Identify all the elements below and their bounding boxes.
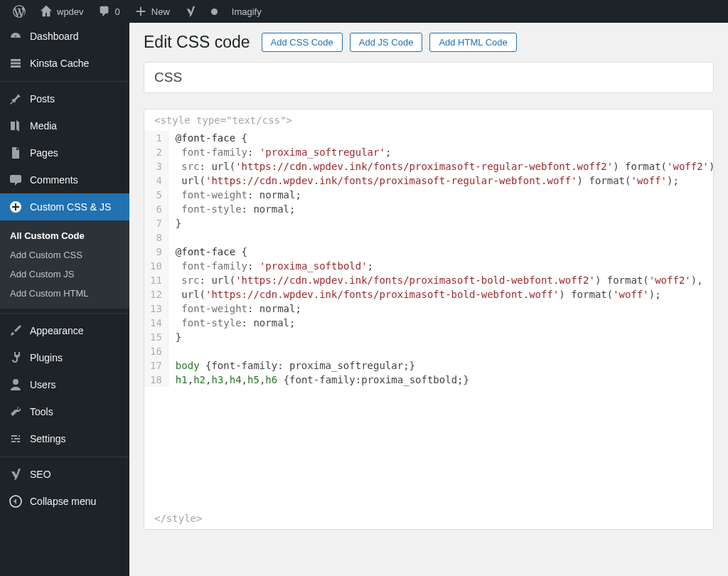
sidebar-item-pages[interactable]: Pages <box>0 139 129 166</box>
add-html-code-button[interactable]: Add HTML Code <box>429 33 516 52</box>
site-home-link[interactable]: wpdev <box>33 0 91 23</box>
add-css-code-button[interactable]: Add CSS Code <box>262 33 343 52</box>
code-line: font-family: 'proxima_softregular'; <box>176 145 714 159</box>
line-number-gutter: 123456789101112131415161718 <box>144 131 168 387</box>
code-title-input[interactable]: CSS <box>144 62 714 93</box>
sidebar-item-label: Settings <box>30 433 66 444</box>
comment-icon <box>9 173 23 187</box>
brush-icon <box>9 324 23 338</box>
sidebar-item-label: Dashboard <box>30 31 79 42</box>
opening-style-tag: <style type="text/css"> <box>144 110 713 131</box>
status-dot-icon <box>211 9 218 15</box>
sidebar-item-label: SEO <box>30 469 51 480</box>
sidebar-item-custom-css-js[interactable]: Custom CSS & JS <box>0 193 129 220</box>
sidebar-item-label: Appearance <box>30 325 84 336</box>
code-line <box>176 230 714 245</box>
code-line: } <box>176 330 714 344</box>
code-line: @font-face { <box>176 131 714 145</box>
sidebar-item-label: Users <box>30 379 56 390</box>
sidebar-item-settings[interactable]: Settings <box>0 425 129 452</box>
wp-logo[interactable] <box>6 0 33 23</box>
code-line: } <box>176 216 714 230</box>
submenu-item-all-custom-code[interactable]: All Custom Code <box>0 226 129 245</box>
code-line: font-style: normal; <box>176 316 714 330</box>
sidebar-item-media[interactable]: Media <box>0 112 129 139</box>
status-dot-item[interactable] <box>204 0 225 23</box>
code-line <box>176 344 714 358</box>
admin-sidebar: DashboardKinsta CachePostsMediaPagesComm… <box>0 23 129 576</box>
user-icon <box>9 378 23 392</box>
site-name: wpdev <box>57 6 84 17</box>
sidebar-item-posts[interactable]: Posts <box>0 85 129 112</box>
code-line: url('https://cdn.wpdev.ink/fonts/proxima… <box>176 174 714 188</box>
admin-topbar: wpdev 0 New Imagify <box>0 0 728 23</box>
sidebar-submenu: All Custom CodeAdd Custom CSSAdd Custom … <box>0 220 129 309</box>
code-line: font-weight: normal; <box>176 302 714 316</box>
comments-link[interactable]: 0 <box>91 0 127 23</box>
imagify-label: Imagify <box>232 6 262 17</box>
plus-icon <box>134 5 147 18</box>
media-icon <box>9 119 23 133</box>
settings-icon <box>9 432 23 446</box>
code-line: font-style: normal; <box>176 202 714 216</box>
wrench-icon <box>9 405 23 419</box>
main-content: Edit CSS code Add CSS Code Add JS Code A… <box>129 23 728 576</box>
new-label: New <box>151 6 170 17</box>
sidebar-item-plugins[interactable]: Plugins <box>0 344 129 371</box>
submenu-item-add-custom-js[interactable]: Add Custom JS <box>0 265 129 284</box>
sidebar-item-appearance[interactable]: Appearance <box>0 317 129 344</box>
code-line: body {font-family: proxima_softregular;} <box>176 358 714 373</box>
sidebar-item-label: Pages <box>30 147 58 159</box>
pin-icon <box>9 92 23 106</box>
sidebar-item-collapse-menu[interactable]: Collapse menu <box>0 488 129 515</box>
comment-count: 0 <box>115 6 120 17</box>
sidebar-item-kinsta-cache[interactable]: Kinsta Cache <box>0 50 129 77</box>
yoast-icon <box>184 5 197 18</box>
page-icon <box>9 146 23 160</box>
sidebar-item-label: Media <box>30 120 57 132</box>
sidebar-item-dashboard[interactable]: Dashboard <box>0 23 129 50</box>
sidebar-item-label: Comments <box>30 174 78 186</box>
code-lines[interactable]: @font-face { font-family: 'proxima_softr… <box>168 131 714 387</box>
sidebar-item-label: Plugins <box>30 352 63 363</box>
add-js-code-button[interactable]: Add JS Code <box>350 33 423 52</box>
code-editor[interactable]: <style type="text/css"> 1234567891011121… <box>144 109 714 530</box>
sidebar-item-label: Posts <box>30 93 55 105</box>
sidebar-item-users[interactable]: Users <box>0 371 129 398</box>
comment-icon <box>98 5 111 18</box>
plus-icon <box>9 200 23 214</box>
code-line: src: url('https://cdn.wpdev.ink/fonts/pr… <box>176 159 714 174</box>
sidebar-item-label: Custom CSS & JS <box>30 201 111 213</box>
code-line: h1,h2,h3,h4,h5,h6 {font-family:proxima_s… <box>176 373 714 387</box>
submenu-item-add-custom-css[interactable]: Add Custom CSS <box>0 245 129 265</box>
sidebar-item-label: Tools <box>30 406 53 417</box>
code-line: src: url('https://cdn.wpdev.ink/fonts/pr… <box>176 273 714 287</box>
sidebar-item-label: Collapse menu <box>30 496 96 507</box>
yoast-link[interactable] <box>177 0 204 23</box>
page-title: Edit CSS code <box>144 33 250 52</box>
collapse-icon <box>9 494 23 508</box>
closing-style-tag: </style> <box>144 508 713 529</box>
code-line: url('https://cdn.wpdev.ink/fonts/proxima… <box>176 287 714 302</box>
dashboard-icon <box>9 29 23 43</box>
wordpress-icon <box>13 5 26 18</box>
code-line: font-weight: normal; <box>176 188 714 202</box>
code-line: @font-face { <box>176 245 714 259</box>
plug-icon <box>9 351 23 365</box>
seo-icon <box>9 467 23 481</box>
cache-icon <box>9 56 23 70</box>
submenu-item-add-custom-html[interactable]: Add Custom HTML <box>0 284 129 303</box>
home-icon <box>40 5 53 18</box>
sidebar-item-seo[interactable]: SEO <box>0 461 129 488</box>
new-content-link[interactable]: New <box>127 0 177 23</box>
sidebar-item-comments[interactable]: Comments <box>0 166 129 193</box>
sidebar-item-label: Kinsta Cache <box>30 58 89 69</box>
sidebar-item-tools[interactable]: Tools <box>0 398 129 425</box>
code-line: font-family: 'proxima_softbold'; <box>176 259 714 273</box>
imagify-link[interactable]: Imagify <box>225 0 269 23</box>
